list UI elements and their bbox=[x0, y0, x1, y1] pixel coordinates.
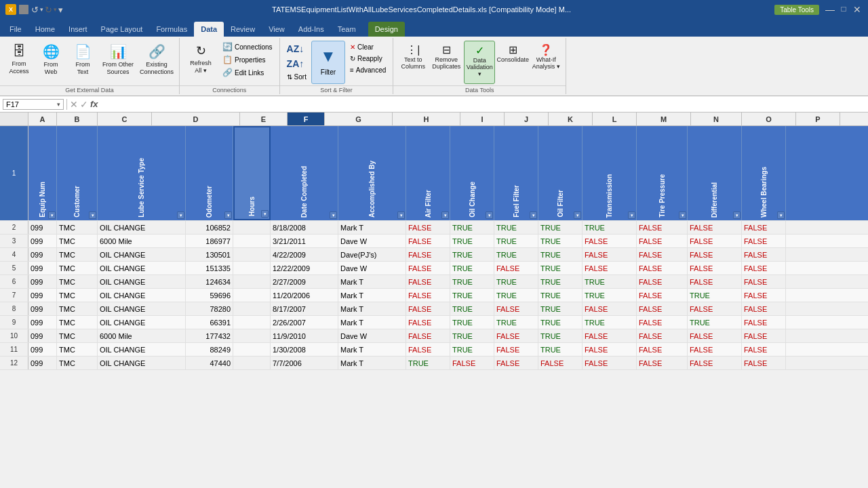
cell-c14-4[interactable]: FALSE bbox=[688, 248, 742, 261]
table-row[interactable]: 4 099 TMC OIL CHANGE 130501 4/22/2009 Da… bbox=[0, 248, 868, 262]
tab-formulas[interactable]: Formulas bbox=[149, 22, 194, 37]
cell-customer-10[interactable]: TMC bbox=[57, 329, 98, 342]
table-row[interactable]: 2 099 TMC OIL CHANGE 106852 8/18/2008 Ma… bbox=[0, 221, 868, 235]
cell-c15-9[interactable]: FALSE bbox=[742, 316, 786, 329]
cell-c10-10[interactable]: FALSE bbox=[494, 329, 538, 342]
tab-team[interactable]: Team bbox=[331, 22, 363, 37]
undo-dropdown-icon[interactable]: ▾ bbox=[40, 6, 43, 13]
cell-date-8[interactable]: 8/17/2007 bbox=[271, 302, 338, 315]
header-oil-change[interactable]: Oil Change ▾ bbox=[450, 126, 494, 220]
cell-customer-4[interactable]: TMC bbox=[57, 248, 98, 261]
filter-equip-num[interactable]: ▾ bbox=[48, 211, 56, 219]
cell-by-5[interactable]: Dave W bbox=[338, 262, 406, 274]
table-row[interactable]: 8 099 TMC OIL CHANGE 78280 8/17/2007 Mar… bbox=[0, 302, 868, 316]
filter-customer[interactable]: ▾ bbox=[89, 211, 96, 219]
cell-c13-4[interactable]: FALSE bbox=[637, 248, 688, 261]
tab-review[interactable]: Review bbox=[224, 22, 262, 37]
cell-c8-9[interactable]: FALSE bbox=[406, 316, 450, 329]
existing-connections-button[interactable]: 🔗 ExistingConnections bbox=[138, 41, 175, 84]
cell-c12-2[interactable]: TRUE bbox=[583, 221, 637, 234]
cell-odo-10[interactable]: 177432 bbox=[186, 329, 233, 342]
cell-c14-6[interactable]: FALSE bbox=[688, 275, 742, 288]
tab-view[interactable]: View bbox=[262, 22, 292, 37]
cell-hours-2[interactable] bbox=[233, 221, 271, 234]
cell-date-11[interactable]: 1/30/2008 bbox=[271, 343, 338, 356]
cell-odo-8[interactable]: 78280 bbox=[186, 302, 233, 315]
tab-home[interactable]: Home bbox=[28, 22, 62, 37]
col-header-a[interactable]: A bbox=[28, 113, 57, 125]
cell-service-10[interactable]: 6000 Mile bbox=[98, 329, 186, 342]
cell-odo-3[interactable]: 186977 bbox=[186, 235, 233, 247]
table-row[interactable]: 5 099 TMC OIL CHANGE 151335 12/22/2009 D… bbox=[0, 262, 868, 275]
cell-c13-11[interactable]: FALSE bbox=[637, 343, 688, 356]
header-equip-num[interactable]: Equip Num ▾ bbox=[28, 126, 57, 220]
filter-button[interactable]: ▼ Filter bbox=[311, 41, 345, 84]
table-row[interactable]: 9 099 TMC OIL CHANGE 66391 2/26/2007 Mar… bbox=[0, 316, 868, 329]
cell-c10-11[interactable]: FALSE bbox=[494, 343, 538, 356]
cell-c9-2[interactable]: TRUE bbox=[450, 221, 494, 234]
insert-function-icon[interactable]: fx bbox=[90, 99, 98, 109]
cell-odo-7[interactable]: 59696 bbox=[186, 289, 233, 302]
header-wheel-bearings[interactable]: Wheel Bearings ▾ bbox=[742, 126, 786, 220]
cell-date-6[interactable]: 2/27/2009 bbox=[271, 275, 338, 288]
cell-by-8[interactable]: Mark T bbox=[338, 302, 406, 315]
cell-c9-10[interactable]: TRUE bbox=[450, 329, 494, 342]
col-header-d[interactable]: D bbox=[152, 113, 240, 125]
minimize-button[interactable]: — bbox=[825, 4, 835, 15]
header-hours[interactable]: Hours ▾ bbox=[233, 126, 271, 220]
cell-c10-12[interactable]: FALSE bbox=[494, 357, 538, 369]
what-if-button[interactable]: ❓ What-IfAnalysis ▾ bbox=[530, 41, 561, 84]
cell-customer-9[interactable]: TMC bbox=[57, 316, 98, 329]
cell-date-5[interactable]: 12/22/2009 bbox=[271, 262, 338, 274]
cell-service-3[interactable]: 6000 Mile bbox=[98, 235, 186, 247]
cell-c8-8[interactable]: FALSE bbox=[406, 302, 450, 315]
name-box[interactable]: F17 ▾ bbox=[3, 99, 64, 110]
reapply-button[interactable]: ↻ Reapply bbox=[347, 54, 389, 64]
cell-odo-4[interactable]: 130501 bbox=[186, 248, 233, 261]
tab-insert[interactable]: Insert bbox=[62, 22, 94, 37]
from-web-button[interactable]: 🌐 FromWeb bbox=[36, 41, 66, 84]
cell-c15-3[interactable]: FALSE bbox=[742, 235, 786, 247]
table-row[interactable]: 11 099 TMC OIL CHANGE 88249 1/30/2008 Ma… bbox=[0, 343, 868, 357]
filter-tire-pressure[interactable]: ▾ bbox=[679, 211, 686, 219]
cell-equip-8[interactable]: 099 bbox=[28, 302, 57, 315]
cell-c9-11[interactable]: TRUE bbox=[450, 343, 494, 356]
from-other-sources-button[interactable]: 📊 From OtherSources bbox=[100, 41, 136, 84]
header-accomplished-by[interactable]: Accomplished By ▾ bbox=[338, 126, 406, 220]
cell-c14-8[interactable]: FALSE bbox=[688, 302, 742, 315]
cell-c12-8[interactable]: FALSE bbox=[583, 302, 637, 315]
header-tire-pressure[interactable]: Tire Pressure ▾ bbox=[637, 126, 688, 220]
edit-links-button[interactable]: 🔗 Edit Links bbox=[220, 66, 275, 79]
col-header-m[interactable]: M bbox=[637, 113, 691, 125]
col-header-e[interactable]: E bbox=[240, 113, 288, 125]
cell-by-6[interactable]: Mark T bbox=[338, 275, 406, 288]
filter-lube-service[interactable]: ▾ bbox=[177, 211, 184, 219]
header-date-completed[interactable]: Date Completed ▾ bbox=[271, 126, 338, 220]
cell-c9-9[interactable]: TRUE bbox=[450, 316, 494, 329]
cell-customer-12[interactable]: TMC bbox=[57, 357, 98, 369]
cell-c8-7[interactable]: FALSE bbox=[406, 289, 450, 302]
tab-file[interactable]: File bbox=[3, 22, 28, 37]
properties-button[interactable]: 📋 Properties bbox=[220, 54, 275, 66]
filter-wheel-bearings[interactable]: ▾ bbox=[777, 211, 785, 219]
cell-service-7[interactable]: OIL CHANGE bbox=[98, 289, 186, 302]
cell-hours-4[interactable] bbox=[233, 248, 271, 261]
tab-add-ins[interactable]: Add-Ins bbox=[292, 22, 331, 37]
cell-c12-6[interactable]: TRUE bbox=[583, 275, 637, 288]
cell-c10-9[interactable]: TRUE bbox=[494, 316, 538, 329]
cell-c11-12[interactable]: FALSE bbox=[538, 357, 583, 369]
cell-c13-9[interactable]: FALSE bbox=[637, 316, 688, 329]
cell-c14-2[interactable]: FALSE bbox=[688, 221, 742, 234]
cell-service-11[interactable]: OIL CHANGE bbox=[98, 343, 186, 356]
cell-c11-7[interactable]: TRUE bbox=[538, 289, 583, 302]
col-header-o[interactable]: O bbox=[742, 113, 796, 125]
cell-hours-7[interactable] bbox=[233, 289, 271, 302]
cell-c9-3[interactable]: TRUE bbox=[450, 235, 494, 247]
cell-c11-9[interactable]: TRUE bbox=[538, 316, 583, 329]
col-header-l[interactable]: L bbox=[593, 113, 637, 125]
header-odometer[interactable]: Odometer ▾ bbox=[186, 126, 233, 220]
header-fuel-filter[interactable]: Fuel Filter ▾ bbox=[494, 126, 538, 220]
cell-c13-6[interactable]: FALSE bbox=[637, 275, 688, 288]
cell-c12-3[interactable]: FALSE bbox=[583, 235, 637, 247]
cell-odo-11[interactable]: 88249 bbox=[186, 343, 233, 356]
